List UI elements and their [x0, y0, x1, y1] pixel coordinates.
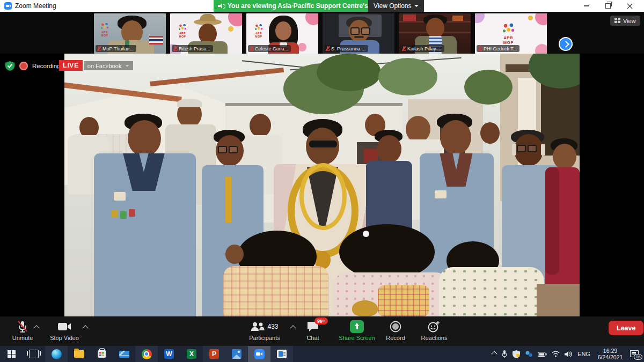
- reactions-button[interactable]: Reactions: [414, 320, 454, 341]
- sunglasses: [309, 141, 337, 147]
- participant-video[interactable]: APR MOP MoP Thailan...: [94, 13, 166, 54]
- participant-name-pill: Kailash Pillay ...: [400, 45, 444, 52]
- view-options-button[interactable]: View Options: [368, 0, 424, 12]
- view-layout-button[interactable]: View: [610, 16, 640, 26]
- live-target: on Facebook: [84, 61, 134, 70]
- tray-time: 16:29: [595, 348, 625, 354]
- bald-head: [406, 116, 430, 143]
- taskbar-store[interactable]: [90, 346, 113, 362]
- participant-video[interactable]: APR MOP Ritesh Prasa...: [170, 13, 242, 54]
- aprmop-logo: APR MOP: [251, 23, 267, 41]
- zoom-icon: [254, 349, 265, 359]
- tray-mic-icon[interactable]: [501, 350, 508, 358]
- hidden-icons-chevron[interactable]: [491, 351, 497, 357]
- participant-name-pill: Ritesh Prasa...: [172, 45, 213, 52]
- check-sari: [223, 266, 328, 316]
- muted-mic-icon: [326, 46, 330, 51]
- live-stream-indicator[interactable]: LIVE on Facebook: [59, 60, 133, 71]
- participant-video[interactable]: APR MOP Celeste Cana...: [246, 13, 318, 54]
- zoom-meeting-window: Zoom Meeting You are viewing Asia-Pacifi…: [0, 0, 644, 362]
- gallery-grid-icon: [614, 18, 620, 23]
- participants-count: 433: [267, 323, 278, 330]
- participant-video[interactable]: S. Prassanna ...: [323, 13, 394, 54]
- chrome-icon: [142, 349, 152, 359]
- taskbar-mail[interactable]: [113, 346, 135, 362]
- wifi-icon[interactable]: [552, 351, 560, 357]
- action-center-lines: [632, 352, 636, 353]
- participant-name-pill: MoP Thailan...: [96, 45, 136, 52]
- shelf-item: [403, 14, 416, 21]
- share-screen-button[interactable]: Share Screen: [333, 320, 381, 341]
- store-icon: [98, 350, 106, 358]
- mail-icon: [119, 351, 129, 358]
- recording-dot-icon: [19, 62, 28, 70]
- hair-flower: [363, 231, 369, 237]
- tree: [378, 58, 437, 95]
- award-ribbon: [225, 177, 231, 223]
- participant-name-pill: Celeste Cana...: [248, 45, 291, 52]
- start-button[interactable]: [0, 346, 23, 362]
- shared-screen-stage: Recording LIVE on Facebook: [0, 54, 644, 316]
- zoom-app-icon: [4, 2, 12, 10]
- next-page-arrow-button[interactable]: [559, 37, 573, 51]
- taskbar-photos[interactable]: [225, 346, 248, 362]
- taskbar-word[interactable]: W: [158, 346, 180, 362]
- participant-video[interactable]: APR MOP PHI Cedrick T...: [475, 13, 547, 54]
- crowd-head: [250, 114, 271, 137]
- flag-patch: [435, 190, 447, 198]
- defender-shield-icon[interactable]: [513, 350, 520, 358]
- chevron-down-icon: [126, 65, 129, 67]
- aprmop-logo: APR MOP: [174, 23, 191, 41]
- taskbar-edge[interactable]: [45, 346, 68, 362]
- face: [426, 18, 444, 38]
- crowd-head: [480, 122, 500, 144]
- taskbar-file-explorer[interactable]: [68, 346, 90, 362]
- taskbar-powerpoint[interactable]: P: [203, 346, 225, 362]
- close-button[interactable]: [620, 0, 639, 12]
- taskbar-display-app[interactable]: [270, 346, 293, 362]
- windows-logo-icon: [8, 350, 16, 358]
- minimize-button[interactable]: [577, 0, 596, 12]
- photo-scene: [64, 54, 580, 316]
- volume-icon[interactable]: [565, 351, 573, 358]
- action-center-button[interactable]: 16: [630, 350, 640, 358]
- foreground-face: [225, 245, 244, 264]
- taskbar-excel[interactable]: X: [180, 346, 203, 362]
- tree: [317, 54, 381, 91]
- medals: [112, 210, 118, 218]
- restore-button[interactable]: [599, 0, 617, 12]
- word-icon: W: [164, 349, 174, 359]
- shelf-item: [452, 16, 463, 21]
- meeting-toolbar: Unmute Stop Video 433 Participants Chat …: [0, 316, 644, 346]
- taskbar-zoom[interactable]: [248, 346, 270, 362]
- glasses: [350, 27, 370, 33]
- task-view-button[interactable]: [23, 346, 45, 362]
- battery-icon[interactable]: [538, 351, 547, 357]
- participants-button[interactable]: 433 Participants: [241, 320, 288, 341]
- language-indicator[interactable]: ENG: [577, 351, 590, 357]
- bluetooth-devices-icon[interactable]: [525, 350, 533, 358]
- chat-button[interactable]: Chat 99+: [294, 320, 332, 341]
- crowd-head: [553, 144, 576, 169]
- participants-icon: [251, 321, 265, 332]
- record-button[interactable]: Record: [376, 320, 415, 341]
- leave-button[interactable]: Leave: [609, 321, 643, 335]
- stop-video-button[interactable]: Stop Video: [43, 320, 86, 341]
- glasses: [218, 146, 238, 151]
- unmute-button[interactable]: Unmute: [1, 320, 44, 341]
- scout-face: [440, 120, 471, 154]
- encryption-shield-icon[interactable]: [5, 61, 14, 73]
- muted-mic-icon: [173, 46, 177, 51]
- recording-indicator[interactable]: Recording: [19, 62, 60, 70]
- close-icon: [627, 3, 633, 9]
- gold-vessel: [352, 300, 378, 316]
- share-screen-icon: [350, 320, 364, 334]
- live-badge: LIVE: [59, 60, 83, 71]
- excel-icon: X: [187, 349, 196, 359]
- participant-video[interactable]: Kailash Pillay ...: [399, 13, 471, 54]
- clock[interactable]: 16:29 6/24/2021: [595, 348, 625, 360]
- leaf-sari: [439, 267, 544, 316]
- scout-hat-crown: [200, 14, 216, 21]
- muted-mic-icon: [250, 46, 253, 51]
- taskbar-chrome[interactable]: [135, 346, 158, 362]
